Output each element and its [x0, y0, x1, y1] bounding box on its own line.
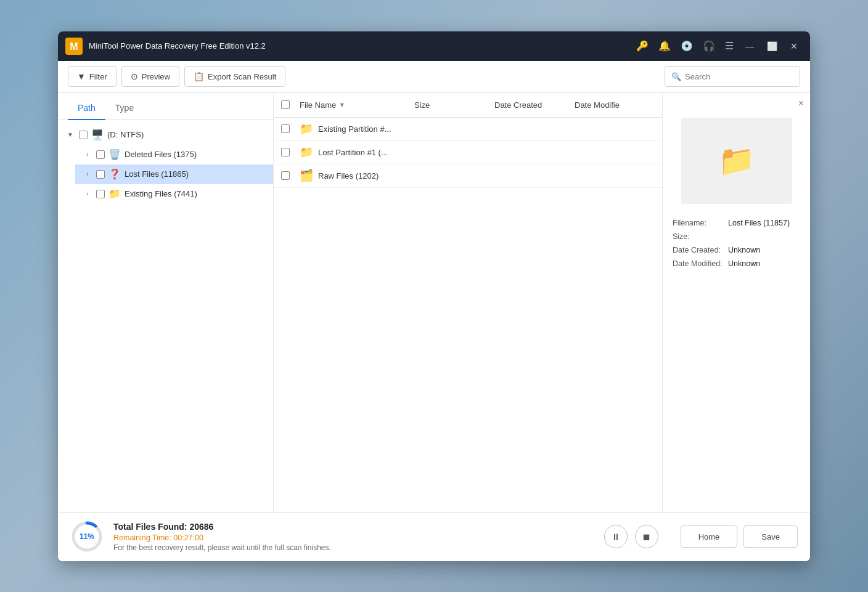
filter-button[interactable]: ▼ Filter [68, 66, 117, 87]
total-files-label: Total Files Found: 20686 [113, 522, 594, 532]
row2-name: 🗂️ Raw Files (1202) [300, 169, 414, 182]
info-filename-row: Filename: Lost Files (11857) [673, 219, 800, 227]
headphone-icon[interactable]: 🎧 [703, 40, 715, 52]
col-date-modified-header[interactable]: Date Modifie [575, 100, 655, 110]
bottom-actions: Home Save [681, 525, 798, 548]
preview-folder-icon: 📁 [718, 144, 755, 178]
root-label: (D: NTFS) [107, 130, 144, 139]
drive-icon: 🖥️ [91, 129, 104, 140]
tab-bar: Path Type [58, 93, 273, 120]
size-label: Size: [673, 232, 728, 241]
deleted-label: Deleted Files (1375) [125, 150, 197, 159]
lost-label: Lost Files (11865) [125, 169, 189, 179]
folder-icon: 📁 [300, 145, 313, 159]
right-panel: × 📁 Filename: Lost Files (11857) Size: D… [662, 93, 810, 512]
center-panel: File Name ▼ Size Date Created Date Modif… [274, 93, 662, 512]
col-date-created-header[interactable]: Date Created [494, 100, 575, 110]
filename-value: Lost Files (11857) [728, 219, 790, 227]
info-date-modified-row: Date Modified: Unknown [673, 259, 800, 268]
export-label: Export Scan Result [208, 72, 276, 81]
key-icon[interactable]: 🔑 [636, 40, 649, 52]
minimize-button[interactable]: — [741, 38, 758, 55]
tree-node-deleted[interactable]: › 🗑️ Deleted Files (1375) [75, 145, 273, 164]
tree-node-existing[interactable]: › 📁 Existing Files (7441) [75, 184, 273, 204]
filter-label: Filter [89, 72, 107, 81]
lost-checkbox[interactable] [96, 170, 105, 179]
progress-text: 11% [80, 532, 94, 541]
sort-arrow-icon: ▼ [338, 101, 345, 108]
menu-icon[interactable]: ☰ [725, 40, 734, 52]
maximize-button[interactable]: ⬜ [763, 38, 780, 55]
file-info: Filename: Lost Files (11857) Size: Date … [663, 214, 810, 278]
save-button[interactable]: Save [743, 525, 798, 548]
select-all-checkbox[interactable] [281, 100, 290, 109]
main-content: Path Type ▼ 🖥️ (D: NTFS) › 🗑️ [58, 93, 810, 512]
table-row[interactable]: 📁 Lost Partition #1 (... [274, 141, 662, 164]
existing-label: Existing Files (7441) [125, 189, 197, 198]
tree-node-lost[interactable]: › ❓ Lost Files (11865) [75, 164, 273, 184]
preview-close-button[interactable]: × [798, 98, 804, 109]
app-logo: M [65, 38, 83, 55]
row2-checkbox[interactable] [281, 171, 290, 180]
filename-label: Filename: [673, 219, 728, 227]
table-row[interactable]: 📁 Existing Partition #... [274, 118, 662, 141]
close-button[interactable]: ✕ [785, 38, 803, 55]
row0-name-label: Existing Partition #... [318, 124, 391, 134]
row1-checkbox[interactable] [281, 148, 290, 156]
row2-name-label: Raw Files (1202) [318, 171, 379, 180]
existing-checkbox[interactable] [96, 190, 105, 198]
row0-checkbox[interactable] [281, 124, 290, 133]
bottom-bar: 11% Total Files Found: 20686 Remaining T… [58, 512, 810, 561]
col-name-label: File Name [300, 100, 336, 110]
deleted-folder-icon: 🗑️ [108, 148, 121, 160]
tab-type[interactable]: Type [105, 98, 144, 120]
search-icon: 🔍 [671, 72, 681, 81]
deleted-checkbox[interactable] [96, 150, 105, 159]
toolbar: ▼ Filter ⊙ Preview 📋 Export Scan Result … [58, 61, 810, 93]
table-header: File Name ▼ Size Date Created Date Modif… [274, 93, 662, 118]
search-input[interactable] [685, 72, 793, 81]
bell-icon[interactable]: 🔔 [658, 40, 671, 52]
scan-info: Total Files Found: 20686 Remaining Time:… [113, 522, 594, 552]
disc-icon[interactable]: 💿 [681, 40, 693, 52]
raw-folder-icon: 🗂️ [300, 169, 313, 182]
date-modified-label: Date Modified: [673, 259, 728, 268]
progress-ring: 11% [70, 520, 104, 553]
row0-name: 📁 Existing Partition #... [300, 122, 414, 136]
date-created-label: Date Created: [673, 246, 728, 254]
left-panel: Path Type ▼ 🖥️ (D: NTFS) › 🗑️ [58, 93, 274, 512]
expand-icon[interactable]: ▼ [65, 130, 75, 140]
table-row[interactable]: 🗂️ Raw Files (1202) [274, 164, 662, 188]
expand-deleted-icon[interactable]: › [83, 150, 92, 160]
date-created-value: Unknown [728, 246, 760, 254]
col-size-header[interactable]: Size [414, 100, 494, 110]
title-bar: M MiniTool Power Data Recovery Free Edit… [58, 31, 810, 61]
expand-lost-icon[interactable]: › [83, 169, 92, 179]
title-bar-controls: — ⬜ ✕ [741, 38, 803, 55]
existing-folder-icon: 📁 [108, 188, 121, 200]
expand-existing-icon[interactable]: › [83, 189, 92, 199]
home-button[interactable]: Home [681, 525, 738, 548]
scan-hint: For the best recovery result, please wai… [113, 543, 594, 552]
tab-path[interactable]: Path [68, 98, 105, 120]
root-checkbox[interactable] [79, 131, 88, 139]
remaining-time-label: Remaining Time: 00:27:00 [113, 533, 594, 542]
tree-children: › 🗑️ Deleted Files (1375) › ❓ Lost Files… [58, 145, 273, 204]
title-bar-icons: 🔑 🔔 💿 🎧 ☰ [636, 40, 734, 52]
export-icon: 📋 [194, 71, 204, 81]
stop-icon: ⏹ [642, 532, 651, 542]
col-name-header[interactable]: File Name ▼ [300, 100, 414, 110]
lost-folder-icon: ❓ [108, 168, 121, 180]
stop-button[interactable]: ⏹ [635, 525, 658, 548]
pause-icon: ⏸ [611, 532, 620, 542]
preview-label: Preview [142, 72, 170, 81]
search-box[interactable]: 🔍 [665, 66, 800, 87]
preview-button[interactable]: ⊙ Preview [121, 66, 179, 87]
row1-name: 📁 Lost Partition #1 (... [300, 145, 414, 159]
export-button[interactable]: 📋 Export Scan Result [184, 66, 285, 87]
tree-root[interactable]: ▼ 🖥️ (D: NTFS) [58, 125, 273, 145]
info-date-created-row: Date Created: Unknown [673, 246, 800, 254]
pause-button[interactable]: ⏸ [604, 525, 628, 548]
svg-text:M: M [70, 41, 78, 52]
preview-thumbnail: 📁 [681, 118, 792, 204]
